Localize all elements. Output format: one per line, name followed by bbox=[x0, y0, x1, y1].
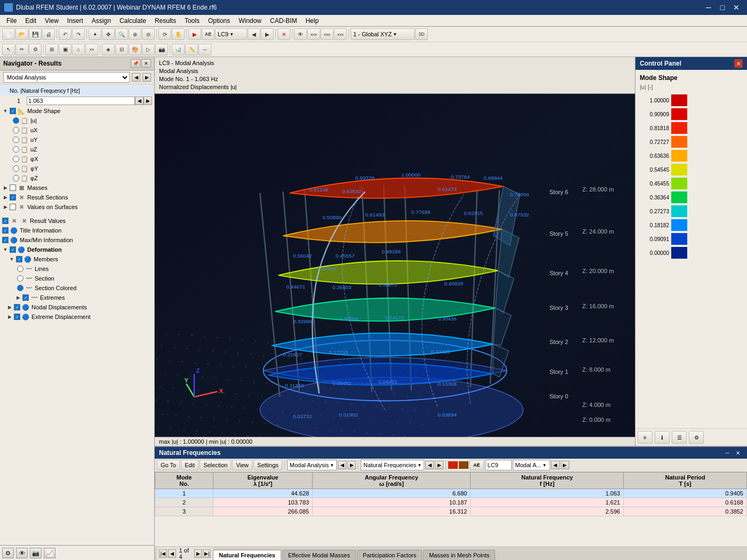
tb2-anims[interactable]: ▷ bbox=[142, 44, 155, 55]
tb-redo[interactable]: ↷ bbox=[72, 28, 85, 40]
nav-nd-cb[interactable]: ✓ bbox=[14, 304, 20, 310]
tb-select[interactable]: ✦ bbox=[89, 28, 101, 40]
result-type-prev[interactable]: ◀ bbox=[425, 461, 434, 469]
tb-rotate[interactable]: ⟳ bbox=[158, 28, 171, 40]
tb2-color[interactable]: 🎨 bbox=[129, 44, 141, 55]
menu-window[interactable]: Window bbox=[234, 16, 266, 26]
tb2-frame[interactable]: ▣ bbox=[59, 44, 71, 55]
nav-pin-btn[interactable]: 📌 bbox=[131, 59, 140, 68]
nav-ext-cb[interactable]: ✓ bbox=[22, 294, 29, 301]
nav-def-cb[interactable]: ✓ bbox=[10, 246, 16, 253]
tb-run[interactable]: ▶ bbox=[188, 28, 201, 40]
table-row[interactable]: 1 44.628 6.680 1.063 0.9405 bbox=[155, 489, 747, 498]
cp-table-btn[interactable]: ≡ bbox=[638, 431, 653, 444]
tb-save[interactable]: 💾 bbox=[29, 28, 42, 40]
tb2-gear[interactable]: ⚙ bbox=[29, 44, 42, 55]
tb2-mesh[interactable]: ⊞ bbox=[45, 44, 58, 55]
nav-nodal-disp-row[interactable]: ▶ ✓ 🔵 Nodal Displacements bbox=[0, 302, 154, 312]
minimize-button[interactable]: ─ bbox=[702, 2, 715, 13]
nav-freq-next[interactable]: ▶ bbox=[144, 97, 152, 105]
nav-prev-arrow[interactable]: ◀ bbox=[132, 73, 140, 82]
result-settings-btn[interactable]: Settings bbox=[253, 460, 282, 470]
tb-xxx3[interactable]: xxx bbox=[334, 28, 347, 40]
table-last-btn[interactable]: ▶| bbox=[203, 549, 211, 558]
tb-xxx1[interactable]: xxx bbox=[307, 28, 320, 40]
result-ae-btn[interactable]: AE bbox=[470, 460, 484, 470]
nav-extreme-disp-row[interactable]: ▶ ✓ 🔵 Extreme Displacement bbox=[0, 312, 154, 322]
tab-masses-mesh[interactable]: Masses in Mesh Points bbox=[423, 550, 495, 560]
result-next-btn[interactable]: ▶ bbox=[347, 461, 356, 469]
cp-info-btn[interactable]: ℹ bbox=[655, 431, 670, 444]
nav-rs-cb[interactable]: ✓ bbox=[10, 194, 16, 201]
result-mode-dropdown[interactable]: Modal A... ▼ bbox=[513, 460, 550, 470]
nav-ed-cb[interactable]: ✓ bbox=[14, 314, 20, 320]
nav-close-btn[interactable]: ✕ bbox=[141, 59, 151, 68]
tb-next[interactable]: ▶ bbox=[261, 28, 274, 40]
nav-section-radio[interactable] bbox=[17, 275, 23, 282]
nav-result-sections-row[interactable]: ▶ ✓ ✖ Result Sections bbox=[0, 193, 154, 202]
nav-title-info-row[interactable]: ✓ 🔵 Title Information bbox=[0, 226, 154, 235]
tb-new[interactable]: 📄 bbox=[2, 28, 15, 40]
tb-xxx2[interactable]: xxx bbox=[321, 28, 333, 40]
nav-uz-row[interactable]: 📋 uZ bbox=[0, 145, 154, 154]
tb2-chart[interactable]: 📊 bbox=[172, 44, 185, 55]
nav-lines-radio[interactable] bbox=[17, 266, 23, 272]
tab-modal-masses[interactable]: Effective Modal Masses bbox=[282, 550, 356, 560]
tb-lc-dropdown[interactable]: LC9 ▼ bbox=[215, 28, 247, 40]
tb-undo[interactable]: ↶ bbox=[59, 28, 71, 40]
tb2-house[interactable]: ⌂ bbox=[72, 44, 85, 55]
result-lc-dropdown[interactable]: LC9 bbox=[485, 460, 512, 470]
nav-ux-radio[interactable] bbox=[13, 127, 19, 133]
tb2-xyz[interactable]: xx bbox=[85, 44, 98, 55]
tb2-ruler[interactable]: 📏 bbox=[185, 44, 198, 55]
result-close-btn[interactable]: ✕ bbox=[733, 449, 743, 457]
result-mode-prev[interactable]: ◀ bbox=[551, 461, 560, 469]
tb-zoom[interactable]: 🔍 bbox=[115, 28, 128, 40]
result-mode-next[interactable]: ▶ bbox=[561, 461, 569, 469]
menu-results[interactable]: Results bbox=[150, 16, 180, 26]
result-sel-btn[interactable]: Selection bbox=[200, 460, 231, 470]
menu-assign[interactable]: Assign bbox=[88, 16, 115, 26]
tb-move[interactable]: ✥ bbox=[102, 28, 115, 40]
tb2-dims[interactable]: ↔ bbox=[198, 44, 211, 55]
nav-freq-input[interactable] bbox=[27, 97, 135, 105]
nav-eye-btn[interactable]: 👁 bbox=[16, 548, 28, 558]
result-view-btn[interactable]: View bbox=[232, 460, 252, 470]
tb-print[interactable]: 🖨 bbox=[42, 28, 55, 40]
nav-graph-btn[interactable]: 📈 bbox=[44, 548, 55, 558]
menu-insert[interactable]: Insert bbox=[63, 16, 88, 26]
close-button[interactable]: ✕ bbox=[730, 2, 743, 13]
result-analysis-dropdown[interactable]: Modal Analysis ▼ bbox=[287, 460, 337, 470]
tb-pan[interactable]: ✋ bbox=[172, 28, 185, 40]
tb-zoom-out[interactable]: ⊖ bbox=[142, 28, 155, 40]
menu-file[interactable]: File bbox=[2, 16, 21, 26]
nav-phiz-radio[interactable] bbox=[13, 175, 19, 181]
menu-tools[interactable]: Tools bbox=[180, 16, 204, 26]
nav-phiy-radio[interactable] bbox=[13, 165, 19, 172]
tb-3d[interactable]: 3D bbox=[415, 28, 428, 40]
tab-participation[interactable]: Participation Factors bbox=[357, 550, 422, 560]
nav-result-values-row[interactable]: ✓ ✖ ✖ Result Values bbox=[0, 216, 154, 226]
table-next-btn[interactable]: ▶ bbox=[194, 549, 202, 558]
nav-uy-radio[interactable] bbox=[13, 137, 19, 143]
nav-sc-radio[interactable] bbox=[17, 285, 23, 291]
nav-masses-row[interactable]: ▶ ⊞ Masses bbox=[0, 183, 154, 193]
nav-freq-prev[interactable]: ◀ bbox=[135, 97, 144, 105]
nav-phiy-row[interactable]: 📋 φY bbox=[0, 164, 154, 173]
nav-vos-row[interactable]: ▶ ✖ Values on Surfaces bbox=[0, 202, 154, 212]
nav-phix-radio[interactable] bbox=[13, 156, 19, 162]
result-prev-btn[interactable]: ◀ bbox=[338, 461, 346, 469]
cp-close-btn[interactable]: ✕ bbox=[734, 59, 743, 68]
tb2-pencil[interactable]: ✏ bbox=[15, 44, 28, 55]
menu-calculate[interactable]: Calculate bbox=[115, 16, 150, 26]
tb-open[interactable]: 📂 bbox=[15, 28, 28, 40]
viewport-canvas[interactable]: Story 6 Z: 28.000 m Story 5 Z: 24.000 m … bbox=[155, 94, 635, 437]
cp-list-btn[interactable]: ☰ bbox=[672, 431, 687, 444]
nav-members-row[interactable]: ▼ ✓ 🔵 Members bbox=[0, 254, 154, 264]
nav-u-abs-row[interactable]: 📋 |u| bbox=[0, 116, 154, 125]
nav-mode-shape-row[interactable]: ▼ ✓ 📐 Mode Shape bbox=[0, 106, 154, 116]
tb-stop[interactable]: ✕ bbox=[277, 28, 290, 40]
result-edit-btn[interactable]: Edit bbox=[181, 460, 198, 470]
nav-masses-cb[interactable] bbox=[10, 185, 16, 191]
nav-mm-cb[interactable]: ✓ bbox=[2, 237, 9, 243]
